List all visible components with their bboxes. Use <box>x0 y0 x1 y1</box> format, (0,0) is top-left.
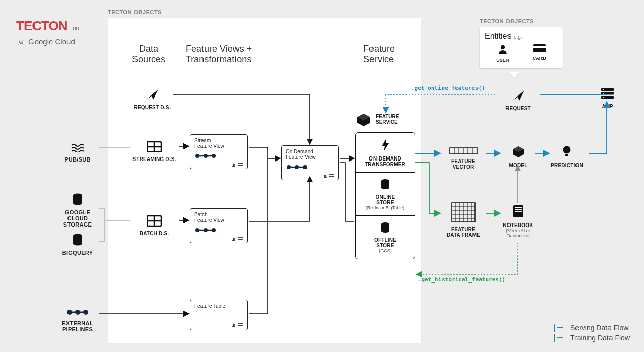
svg-rect-39 <box>238 323 243 324</box>
svg-rect-50 <box>565 154 568 156</box>
request-right: REQUEST <box>495 89 541 111</box>
svg-rect-37 <box>329 176 334 177</box>
entities-box: Entities e.g. USER CARD <box>480 27 563 68</box>
svg-point-68 <box>603 89 604 90</box>
svg-rect-63 <box>515 209 522 210</box>
ext-gcs: GOOGLE CLOUD STORAGE <box>56 193 99 228</box>
legend-serving: Serving Data Flow <box>554 324 630 332</box>
brand-on: on <box>73 25 79 32</box>
app: APP <box>594 87 621 109</box>
feature-vector: FEATURE VECTOR <box>440 147 486 170</box>
method-get-online-features: .get_online_features() <box>411 85 485 91</box>
svc-ondemand-transformer: ON-DEMAND TRANSFORMER <box>356 133 415 173</box>
svg-point-25 <box>195 228 199 232</box>
tecton-objects-label-right: TECTON OBJECTS <box>480 18 534 24</box>
svg-rect-23 <box>238 165 243 166</box>
tecton-logo: TECTON <box>16 18 67 34</box>
model: MODEL <box>495 145 541 168</box>
svg-point-4 <box>20 43 22 45</box>
entities-pointer <box>509 72 519 78</box>
notebook: NOTEBOOK (VertexAI or Databricks) <box>495 204 541 238</box>
feature-service-box: ON-DEMAND TRANSFORMER ONLINE STORE (Redi… <box>355 132 415 259</box>
brand-block: TECTON on Google Cloud <box>16 18 79 46</box>
svg-point-26 <box>204 228 208 232</box>
col-feature-views: Feature Views + Transformations <box>186 44 267 65</box>
svg-rect-30 <box>238 239 243 240</box>
svg-point-32 <box>287 165 291 169</box>
svg-point-18 <box>195 154 199 158</box>
svg-rect-72 <box>533 44 546 52</box>
svg-point-20 <box>212 154 216 158</box>
feature-service-marker: FEATURE SERVICE <box>355 113 414 125</box>
ext-pubsub: PUB/SUB <box>56 142 99 163</box>
svg-rect-64 <box>515 211 522 212</box>
svg-rect-29 <box>238 237 243 238</box>
ds-batch: BATCH D.S. <box>130 215 179 236</box>
svg-point-8 <box>67 310 72 315</box>
ds-request: REQUEST D.S. <box>132 88 173 110</box>
method-get-historical-features: .get_historical_features() <box>418 276 505 283</box>
svc-offline-store: OFFLINE STORE (GCS) <box>356 216 415 259</box>
col-feature-service: Feature Service <box>363 44 404 65</box>
legend-training: Training Data Flow <box>554 334 630 342</box>
svg-point-3 <box>22 42 24 44</box>
prediction: PREDICTION <box>544 145 590 168</box>
svg-rect-40 <box>238 325 243 326</box>
svg-point-34 <box>303 165 307 169</box>
fv-stream: Stream Feature View <box>190 134 248 169</box>
entity-card: CARD <box>533 44 546 63</box>
ext-bigquery: BIGQUERY <box>56 234 99 256</box>
svg-rect-73 <box>533 46 546 48</box>
svg-point-71 <box>501 45 505 49</box>
svg-point-33 <box>295 165 299 169</box>
svg-rect-62 <box>515 207 522 208</box>
fv-feature-table: Feature Table <box>190 300 248 330</box>
svg-point-70 <box>603 97 604 98</box>
ext-external-pipelines: EXTERNAL PIPELINES <box>56 309 99 332</box>
svg-point-27 <box>212 228 216 232</box>
legend: Serving Data Flow Training Data Flow <box>554 322 630 342</box>
svg-point-10 <box>83 310 88 315</box>
ds-streaming: STREAMING D.S. <box>130 141 179 162</box>
svg-point-19 <box>204 154 208 158</box>
tecton-objects-label-left: TECTON OBJECTS <box>108 9 162 15</box>
svg-point-9 <box>75 310 80 315</box>
svg-rect-22 <box>238 163 243 164</box>
fv-batch: Batch Feature View <box>190 208 248 243</box>
col-data-sources: Data Sources <box>126 44 172 65</box>
entity-user: USER <box>496 44 509 63</box>
fv-ondemand: On Demand Feature View <box>281 145 339 180</box>
feature-data-frame: FEATURE DATA FRAME <box>440 202 486 238</box>
svc-online-store: ONLINE STORE (Redis or BigTable) <box>356 173 415 216</box>
svg-point-49 <box>563 146 571 154</box>
svg-point-69 <box>603 93 604 94</box>
google-cloud-label: Google Cloud <box>16 37 79 46</box>
svg-rect-36 <box>329 174 334 175</box>
